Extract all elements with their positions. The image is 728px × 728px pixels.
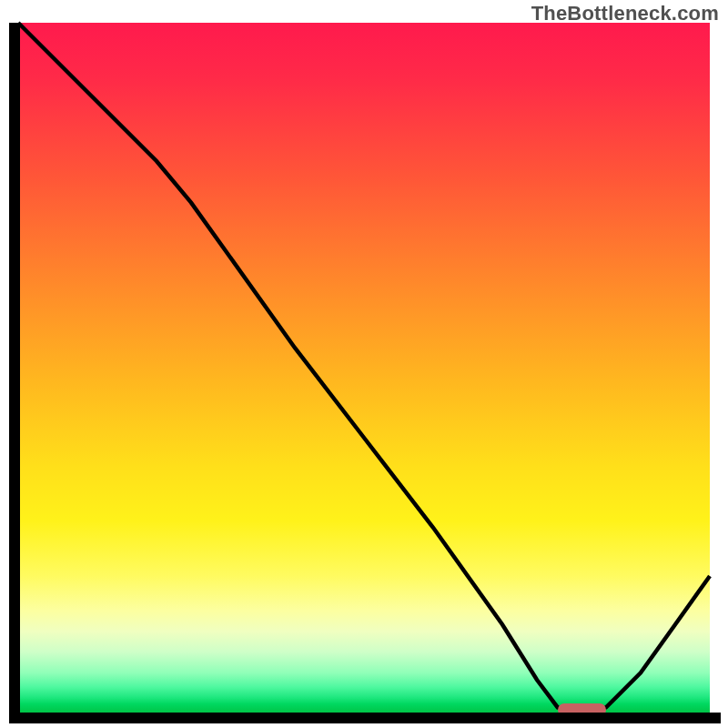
y-axis	[9, 23, 20, 723]
x-axis	[9, 713, 721, 723]
bottleneck-curve	[18, 23, 710, 714]
curve-path	[18, 23, 710, 714]
plot-area	[18, 23, 710, 714]
chart-frame: TheBottleneck.com	[0, 0, 728, 728]
